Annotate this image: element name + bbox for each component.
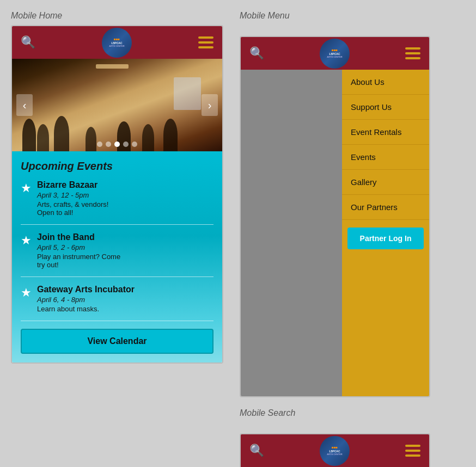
events-title: Upcoming Events [21, 160, 213, 173]
event-name-3: Gateway Arts Incubator [37, 285, 135, 294]
event-desc-2b: try out! [37, 261, 120, 269]
menu-body: About Us Support Us Event Rentals Events… [241, 70, 429, 396]
menu-item-about-us[interactable]: About Us [342, 70, 429, 95]
search-logo: ■■■ L5PCAC ARTS CENTER [320, 436, 350, 466]
home-hamburger-button[interactable] [198, 36, 213, 48]
menu-overlay [241, 70, 342, 396]
menu-item-events[interactable]: Events [342, 145, 429, 170]
event-divider-1 [21, 224, 213, 225]
carousel-dot-3[interactable] [114, 142, 120, 147]
home-search-icon[interactable]: 🔍 [21, 35, 35, 50]
menu-item-gallery[interactable]: Gallery [342, 170, 429, 195]
menu-hamburger-line-2 [405, 52, 420, 54]
event-date-3: April 6, 4 - 8pm [37, 296, 135, 304]
menu-item-our-partners[interactable]: Our Partners [342, 195, 429, 220]
carousel-photo [12, 59, 222, 151]
events-section: Upcoming Events ★ Bizarre Bazaar April 3… [12, 151, 222, 362]
menu-item-support-us[interactable]: Support Us [342, 95, 429, 120]
menu-search-icon[interactable]: 🔍 [249, 46, 264, 60]
partner-login-button[interactable]: Partner Log In [347, 228, 424, 249]
event-info-2: Join the Band April 5, 2 - 6pm Play an i… [37, 232, 120, 269]
hamburger-line-3 [198, 46, 213, 48]
menu-logo: ■■■ L5PCAC ARTS CENTER [320, 39, 350, 69]
event-divider-3 [21, 321, 213, 321]
event-name-1: Bizarre Bazaar [37, 180, 109, 190]
carousel-dot-5[interactable] [132, 142, 137, 147]
event-item-1: ★ Bizarre Bazaar April 3, 12 - 5pm Arts,… [21, 180, 213, 217]
event-star-1: ★ [21, 181, 32, 195]
search-hamburger-line-3 [405, 454, 420, 457]
mobile-menu-frame: 🔍 ■■■ L5PCAC ARTS CENTER [240, 36, 430, 397]
menu-hamburger-button[interactable] [405, 47, 420, 59]
mobile-search-label: Mobile Search [240, 408, 430, 418]
mobile-search-frame: 🔍 ■■■ L5PCAC ARTS CENTER [240, 433, 430, 467]
event-desc-1a: Arts, crafts, & vendors! [37, 200, 109, 208]
carousel-dot-2[interactable] [106, 142, 111, 147]
search-hamburger-line-2 [405, 450, 420, 452]
menu-hamburger-line-1 [405, 47, 420, 50]
mobile-menu-header: 🔍 ■■■ L5PCAC ARTS CENTER [241, 37, 429, 70]
event-desc-1b: Open to all! [37, 208, 109, 217]
event-info-3: Gateway Arts Incubator April 6, 4 - 8pm … [37, 285, 135, 313]
carousel-dots [97, 142, 137, 147]
search-hamburger-line-1 [405, 445, 420, 447]
event-divider-2 [21, 276, 213, 277]
mobile-home-label: Mobile Home [11, 11, 223, 21]
mobile-search-header: 🔍 ■■■ L5PCAC ARTS CENTER [241, 434, 429, 467]
search-page-search-icon[interactable]: 🔍 [249, 444, 264, 458]
hamburger-line-2 [198, 41, 213, 44]
view-calendar-button[interactable]: View Calendar [21, 329, 213, 354]
carousel-dot-1[interactable] [97, 142, 102, 147]
event-date-1: April 3, 12 - 5pm [37, 191, 109, 199]
event-desc-3a: Learn about masks. [37, 305, 135, 313]
carousel-next-button[interactable]: › [202, 94, 218, 116]
event-star-2: ★ [21, 234, 32, 248]
event-item-3: ★ Gateway Arts Incubator April 6, 4 - 8p… [21, 285, 213, 313]
mobile-home-frame: 🔍 ■■■ L5PCAC ARTS CENTER [11, 25, 223, 364]
event-name-2: Join the Band [37, 232, 120, 242]
menu-hamburger-line-3 [405, 57, 420, 59]
mobile-menu-label: Mobile Menu [240, 11, 430, 21]
hamburger-line-1 [198, 36, 213, 39]
menu-panel: About Us Support Us Event Rentals Events… [342, 70, 429, 396]
event-info-1: Bizarre Bazaar April 3, 12 - 5pm Arts, c… [37, 180, 109, 217]
carousel-dot-4[interactable] [123, 142, 129, 147]
event-desc-2a: Play an instrument? Come [37, 253, 120, 261]
carousel-prev-button[interactable]: ‹ [16, 94, 33, 116]
carousel-image [12, 59, 222, 151]
home-logo: ■■■ L5PCAC ARTS CENTER [102, 28, 132, 58]
mobile-home-header: 🔍 ■■■ L5PCAC ARTS CENTER [12, 26, 222, 59]
menu-item-event-rentals[interactable]: Event Rentals [342, 120, 429, 145]
home-carousel: ‹ › [12, 59, 222, 151]
search-hamburger-button[interactable] [405, 445, 420, 457]
event-item-2: ★ Join the Band April 5, 2 - 6pm Play an… [21, 232, 213, 269]
event-star-3: ★ [21, 286, 32, 300]
event-date-2: April 5, 2 - 6pm [37, 243, 120, 251]
